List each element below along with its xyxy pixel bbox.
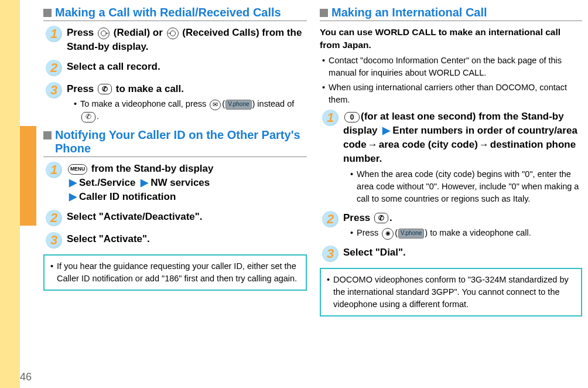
step: 3 Select "Dial". [320, 246, 582, 262]
section-marker-icon [320, 9, 328, 17]
section-title-redial: Making a Call with Redial/Received Calls [43, 6, 307, 21]
step-text: Select "Activate". [67, 232, 307, 246]
step-subnote: When the area code (city code) begins wi… [343, 168, 582, 205]
step-number-badge: 3 [46, 232, 62, 249]
triangle-icon: ▶ [141, 177, 148, 188]
section-title-text: Notifying Your Caller ID on the Other Pa… [55, 128, 303, 155]
spine-yellow [0, 0, 20, 388]
content-columns: Making a Call with Redial/Received Calls… [37, 0, 588, 388]
menu-key-icon: MENU [68, 164, 87, 175]
intro-bullet-text: Contact "docomo Information Center" on t… [329, 55, 582, 79]
intro-bullets: Contact "docomo Information Center" on t… [320, 55, 582, 106]
zero-key-icon: 0 [344, 112, 360, 122]
section-title-caller-id: Notifying Your Caller ID on the Other Pa… [43, 128, 307, 157]
step-text: Select a call record. [67, 60, 307, 74]
call-key-icon: ✆ [374, 213, 388, 223]
camera-key-icon: ◉ [382, 228, 394, 240]
step-text: MENU from the Stand-by display ▶Set./Ser… [67, 162, 307, 203]
step-text: Press (Redial) or (Received Calls) from … [67, 26, 307, 54]
spine-section-label: Connect [21, 135, 31, 170]
section-title-international: Making an International Call [320, 6, 582, 21]
note-box-videophone: DOCOMO videophones conform to "3G-324M s… [320, 268, 582, 316]
intro-bullet-text: When using international carriers other … [329, 81, 582, 106]
step: 1 Press (Redial) or (Received Calls) fro… [43, 26, 307, 54]
step-number-badge: 1 [46, 26, 62, 42]
step-number-badge: 2 [46, 60, 62, 76]
step-number-badge: 2 [322, 211, 339, 227]
mail-key-icon: ✉ [210, 100, 221, 110]
step: 3 Select "Activate". [43, 232, 307, 249]
call-key-icon: ✆ [81, 112, 95, 122]
step-text: Select "Dial". [343, 246, 582, 260]
redial-icon [98, 28, 110, 39]
step-text: Press ✆. [343, 211, 582, 225]
step-text: 0(for at least one second) from the Stan… [343, 110, 582, 165]
note-box-caller-id: If you hear the guidance requesting your… [43, 254, 307, 291]
section-marker-icon [43, 131, 52, 139]
step-number-badge: 3 [46, 82, 62, 98]
step: 2 Press ✆. Press ◉(V.phone) to make a vi… [320, 211, 582, 240]
arrow-icon: → [479, 139, 489, 150]
section-title-text: Making a Call with Redial/Received Calls [55, 6, 303, 19]
step: 2 Select "Activate/Deactivate". [43, 210, 307, 226]
step-subnote: To make a videophone call, press ✉(V.pho… [67, 98, 307, 122]
step: 1 MENU from the Stand-by display ▶Set./S… [43, 162, 307, 203]
step-text: Press ✆ to make a call. [67, 82, 307, 96]
page-number: 46 [20, 371, 32, 383]
left-column: Making a Call with Redial/Received Calls… [37, 0, 313, 388]
section-title-text: Making an International Call [331, 6, 487, 19]
note-text: DOCOMO videophones conform to "3G-324M s… [333, 274, 575, 311]
vphone-softkey-icon: V.phone [225, 100, 251, 110]
call-key-icon: ✆ [98, 84, 112, 94]
vphone-softkey-icon: V.phone [398, 229, 424, 239]
step-number-badge: 2 [46, 210, 62, 226]
step-text: Select "Activate/Deactivate". [67, 210, 307, 224]
step-number-badge: 1 [322, 110, 339, 126]
arrow-icon: → [368, 139, 378, 150]
triangle-icon: ▶ [69, 191, 77, 202]
right-column: Making an International Call You can use… [313, 0, 588, 388]
intro-text: You can use WORLD CALL to make an intern… [320, 26, 582, 51]
step-number-badge: 3 [322, 246, 339, 262]
step-subnote: Press ◉(V.phone) to make a videophone ca… [343, 227, 582, 239]
note-text: If you hear the guidance requesting your… [57, 260, 300, 285]
step-number-badge: 1 [46, 162, 62, 178]
received-calls-icon [167, 28, 179, 39]
section-marker-icon [43, 9, 52, 17]
step: 1 0(for at least one second) from the St… [320, 110, 582, 205]
step: 3 Press ✆ to make a call. To make a vide… [43, 82, 307, 123]
step: 2 Select a call record. [43, 60, 307, 76]
triangle-icon: ▶ [382, 125, 390, 136]
triangle-icon: ▶ [69, 177, 77, 188]
